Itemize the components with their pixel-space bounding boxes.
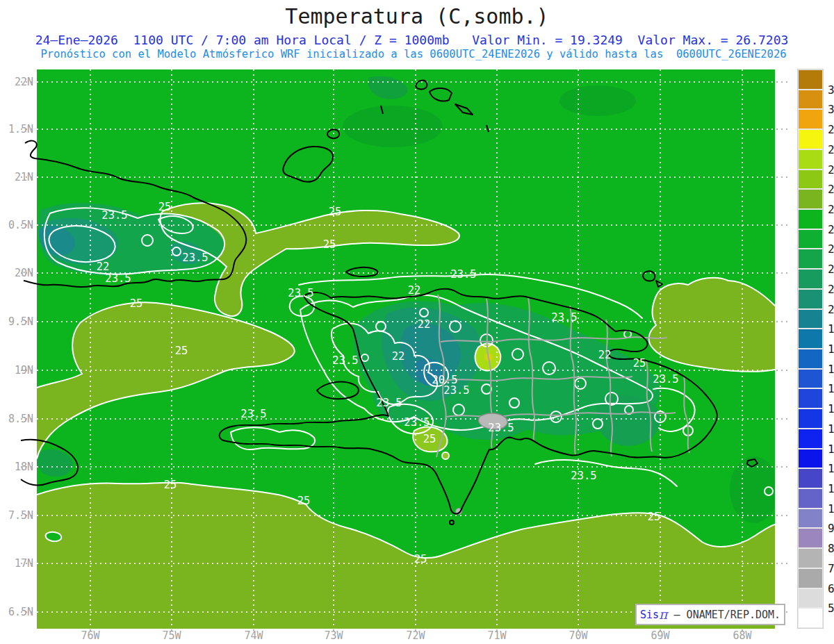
- colorbar-segment: [798, 129, 823, 149]
- x-axis-label: 70W: [563, 629, 594, 642]
- contour-label: 23.5: [571, 470, 596, 482]
- colorbar-label: 13: [828, 443, 834, 456]
- colorbar-label: 23: [828, 242, 834, 256]
- colorbar-label: 30: [828, 103, 834, 116]
- colorbar-label: 6: [828, 582, 834, 595]
- colorbar-segment: [798, 568, 823, 588]
- colorbar-segment: [798, 429, 823, 449]
- y-axis-label: 1.5N: [0, 123, 33, 135]
- contour-label: 25: [329, 206, 342, 218]
- contour-label: 25: [130, 297, 143, 310]
- contour-label: 22: [598, 349, 612, 361]
- contour-label: 22: [408, 284, 421, 297]
- y-axis-label: 21N: [0, 171, 33, 183]
- colorbar-segment: [798, 209, 823, 229]
- colorbar-segment: [798, 588, 823, 609]
- colorbar-label: 28: [828, 143, 834, 156]
- y-axis-label: 7.5N: [0, 509, 33, 522]
- contour-label: 23.5: [332, 354, 358, 367]
- contour-label: 23.5: [653, 373, 678, 386]
- contour-label: 23.5: [376, 397, 402, 409]
- colorbar-segment: [798, 468, 823, 488]
- x-axis-label: 68W: [727, 629, 758, 642]
- contour-label: 23.5: [288, 287, 313, 299]
- colorbar-segment: [798, 170, 823, 190]
- page-title: Temperatura (C,somb.): [0, 4, 834, 28]
- contour-label: 25: [164, 479, 177, 491]
- x-axis-label: 73W: [318, 629, 349, 642]
- x-axis-label: 75W: [156, 629, 187, 642]
- colorbar-segment: [798, 329, 823, 349]
- contour-label: 22: [97, 261, 110, 273]
- x-axis-label: 74W: [238, 629, 269, 642]
- y-axis-label: 8.5N: [0, 413, 33, 425]
- x-axis-label: 76W: [75, 629, 106, 642]
- contour-label: 23.5: [443, 384, 469, 397]
- colorbar-label: 7: [828, 562, 834, 575]
- x-axis-label: 72W: [400, 629, 431, 642]
- colorbar-label: 5: [828, 602, 834, 615]
- contour-label: 25: [414, 553, 427, 565]
- colorbar-segment: [798, 488, 823, 509]
- colorbar-label: 14: [828, 422, 834, 436]
- colorbar-label: 19: [828, 322, 834, 336]
- contour-label: 23.5: [182, 251, 208, 264]
- y-axis-label: 22N: [0, 76, 33, 88]
- colorbar-segment: [798, 548, 823, 568]
- y-axis-label: 0.5N: [0, 219, 33, 231]
- colorbar-label: 24: [828, 223, 834, 236]
- contour-label: 23.5: [488, 422, 514, 434]
- colorbar-segment: [798, 388, 823, 408]
- colorbar-segment: [798, 109, 823, 129]
- y-axis-label: 20N: [0, 267, 33, 279]
- colorbar-label: 27: [828, 163, 834, 176]
- watermark-box: Sisπ – ONAMET/REP.DOM.: [635, 604, 785, 625]
- colorbar-segment: [798, 449, 823, 469]
- colorbar-segment: [798, 249, 823, 269]
- y-axis-label: 17N: [0, 557, 33, 570]
- x-axis-label: 71W: [482, 629, 512, 642]
- contour-label: 25: [297, 495, 311, 507]
- colorbar-label: 16: [828, 382, 834, 395]
- y-axis-label: 9.5N: [0, 315, 33, 328]
- colorbar-label: 21: [828, 283, 834, 296]
- colorbar-label: 18: [828, 342, 834, 356]
- colorbar: [798, 69, 823, 628]
- y-axis-label: 19N: [0, 364, 33, 377]
- contour-label: 23.5: [404, 416, 430, 429]
- contour-label: 25: [423, 433, 436, 445]
- y-axis-label: 18N: [0, 461, 33, 473]
- watermark-pi-icon: π: [659, 609, 668, 620]
- colorbar-segment: [798, 289, 823, 309]
- colorbar-segment: [798, 528, 823, 548]
- colorbar-label: 9: [828, 522, 834, 535]
- colorbar-label: 20: [828, 303, 834, 316]
- colorbar-segment: [798, 509, 823, 529]
- colorbar-label: 12: [828, 462, 834, 475]
- y-axis-label: 6.5N: [0, 606, 33, 618]
- colorbar-label: 15: [828, 402, 834, 415]
- watermark-sis: Sis: [640, 609, 659, 621]
- contour-label: 23.5: [240, 408, 266, 420]
- colorbar-segment: [798, 349, 823, 369]
- colorbar-segment: [798, 149, 823, 170]
- subtitle-line-1: 24–Ene–2026 1100 UTC / 7:00 am Hora Loca…: [0, 33, 824, 47]
- contour-label: 25: [323, 238, 336, 251]
- colorbar-segment: [798, 69, 823, 90]
- contour-label: 25: [633, 357, 646, 370]
- contour-label: 23.5: [450, 268, 476, 281]
- colorbar-segment: [798, 189, 823, 209]
- temperature-shading: [37, 69, 778, 629]
- colorbar-label: 17: [828, 363, 834, 376]
- colorbar-segment: [798, 90, 823, 110]
- colorbar-label: 29: [828, 123, 834, 136]
- contour-label: 25: [648, 511, 661, 523]
- colorbar-label: 26: [828, 183, 834, 196]
- weather-map-page: 25252523.52223.523.5252523.523.522222223…: [0, 0, 834, 644]
- colorbar-segment: [798, 269, 823, 289]
- warm-blob-northeast: [649, 278, 775, 372]
- colorbar-label: 10: [828, 502, 834, 515]
- colorbar-label: 25: [828, 203, 834, 216]
- map-canvas: 25252523.52223.523.5252523.523.522222223…: [0, 0, 834, 644]
- contour-label: 25: [175, 345, 188, 357]
